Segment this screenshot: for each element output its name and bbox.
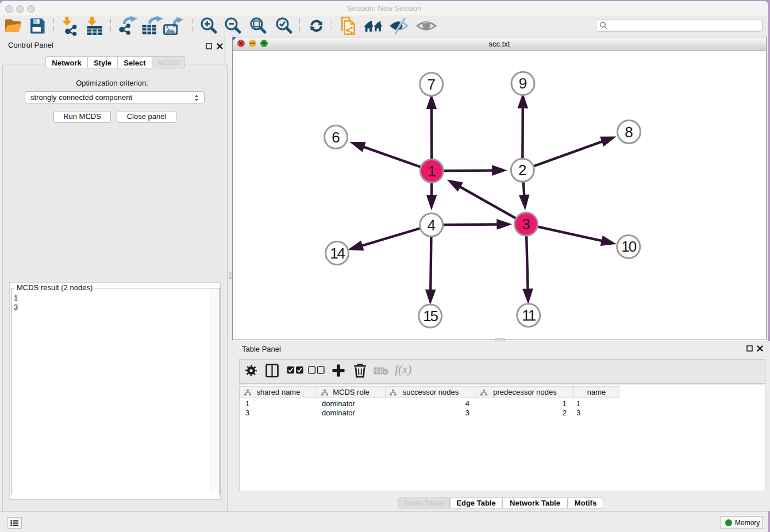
svg-text:6: 6 xyxy=(332,129,340,146)
svg-text:3: 3 xyxy=(522,215,530,233)
svg-text:4: 4 xyxy=(427,217,435,234)
svg-text:8: 8 xyxy=(625,124,633,141)
svg-text:14: 14 xyxy=(330,245,345,262)
svg-text:9: 9 xyxy=(519,75,527,92)
svg-text:7: 7 xyxy=(427,76,435,93)
svg-text:10: 10 xyxy=(621,238,636,255)
svg-text:15: 15 xyxy=(423,307,438,325)
svg-text:1: 1 xyxy=(428,163,436,180)
svg-text:2: 2 xyxy=(518,161,526,179)
svg-text:11: 11 xyxy=(522,307,536,324)
